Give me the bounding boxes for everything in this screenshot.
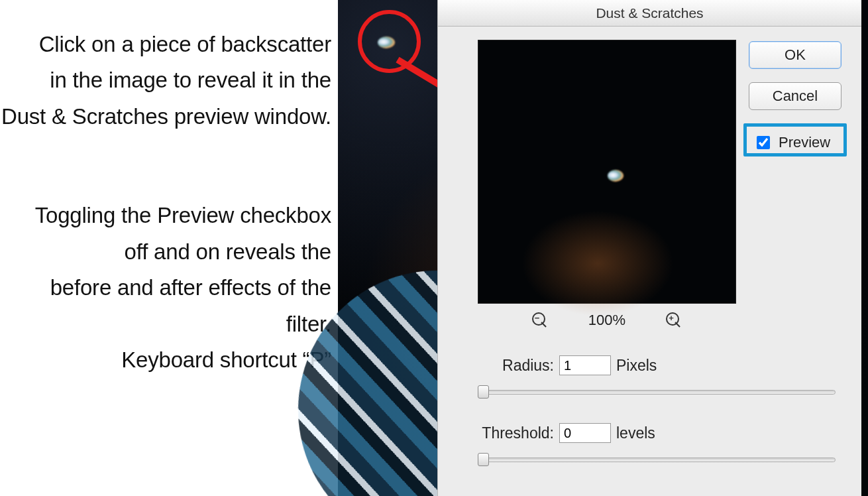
instruction-line: Dust & Scratches preview window. — [0, 99, 331, 135]
slider-track — [483, 458, 836, 462]
dust-scratches-dialog: Dust & Scratches OK Cancel Preview − 100… — [437, 0, 861, 496]
preview-glow — [521, 210, 674, 316]
zoom-out-icon[interactable]: − — [531, 312, 549, 329]
instruction-line: Click on a piece of backscatter — [0, 27, 331, 62]
filter-preview[interactable] — [478, 40, 736, 304]
threshold-unit: levels — [616, 424, 655, 442]
instruction-line: before and after effects of the filter. — [0, 270, 331, 342]
instruction-line: Toggling the Preview checkbox — [0, 198, 331, 233]
instruction-line: off and on reveals the — [0, 234, 331, 270]
threshold-label: Threshold: — [478, 424, 554, 442]
instruction-text: Click on a piece of backscatter in the i… — [0, 0, 338, 379]
slider-thumb[interactable] — [478, 385, 489, 399]
zoom-in-icon[interactable]: + — [665, 312, 682, 329]
radius-unit: Pixels — [616, 357, 657, 375]
threshold-slider[interactable] — [478, 455, 836, 464]
slider-track — [483, 390, 836, 395]
instruction-line: in the image to reveal it in the — [0, 62, 331, 98]
radius-label: Radius: — [478, 357, 554, 375]
dialog-title: Dust & Scratches — [438, 0, 861, 27]
slider-thumb[interactable] — [478, 453, 489, 466]
radius-slider[interactable] — [478, 387, 836, 397]
preview-backscatter — [608, 170, 624, 182]
threshold-input[interactable] — [559, 423, 611, 443]
radius-input[interactable] — [559, 355, 611, 375]
annotation-circle — [358, 10, 421, 73]
instruction-line: Keyboard shortcut “P” — [0, 342, 331, 378]
